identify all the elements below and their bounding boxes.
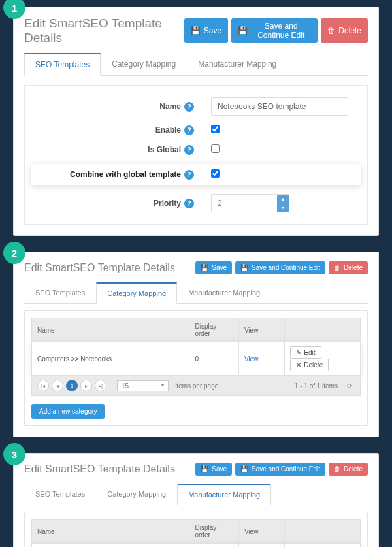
help-icon[interactable]: ? (184, 102, 194, 112)
highlighted-combine-row: Combine with global template? (31, 164, 361, 185)
add-category-button[interactable]: Add a new category (31, 404, 105, 419)
col-view: View (238, 520, 284, 544)
col-display-order: Display order (189, 520, 238, 544)
save-continue-button[interactable]: 💾Save and Continue Edit (235, 463, 325, 476)
cell-name: Computers >> Notebooks (32, 342, 189, 376)
pager-summary: 1 - 1 of 1 items (295, 382, 338, 390)
name-input[interactable] (211, 97, 348, 116)
edit-button[interactable]: ✎Edit (290, 346, 321, 359)
pager-next[interactable]: ▸ (80, 380, 92, 391)
tab-seo-templates[interactable]: SEO Templates (24, 484, 96, 505)
pencil-icon: ✎ (296, 349, 301, 356)
screenshot-1: 1 Edit SmartSEO Template Details 💾Save 💾… (13, 7, 379, 236)
cell-display-order: 0 (189, 544, 238, 548)
col-view: View (238, 318, 284, 342)
delete-button[interactable]: 🗑Delete (329, 463, 368, 476)
priority-spinner[interactable]: ▲ ▼ (211, 194, 289, 212)
save-icon: 💾 (191, 26, 201, 35)
trash-icon: 🗑 (334, 264, 340, 272)
cell-display-order: 0 (189, 342, 238, 376)
step-badge-2: 2 (3, 242, 25, 264)
priority-input[interactable] (212, 195, 277, 212)
pager-last[interactable]: ▸| (95, 380, 106, 391)
spin-down-icon[interactable]: ▼ (277, 203, 289, 212)
table-row: Apple 0 View ✎Edit ✕Delete (32, 544, 361, 548)
page-title: Edit SmartSEO Template Details (24, 463, 175, 475)
pager-first[interactable]: |◂ (37, 380, 49, 391)
label-enable: Enable (155, 125, 181, 135)
save-button[interactable]: 💾Save (184, 18, 228, 44)
save-continue-button[interactable]: 💾Save and Continue Edit (231, 18, 318, 44)
help-icon[interactable]: ? (184, 145, 194, 155)
help-icon[interactable]: ? (184, 125, 194, 135)
label-is-global: Is Global (148, 145, 181, 154)
pager-prev[interactable]: ◂ (52, 380, 63, 391)
save-button[interactable]: 💾Save (195, 463, 232, 476)
tab-manufacturer-mapping[interactable]: Manufacturer Mapping (177, 484, 271, 505)
save-continue-button[interactable]: 💾Save and Continue Edit (235, 261, 325, 274)
screenshot-2: 2 Edit SmartSEO Template Details 💾Save 💾… (13, 252, 379, 437)
col-name: Name (32, 318, 189, 342)
row-delete-button[interactable]: ✕Delete (290, 359, 329, 371)
cell-name: Apple (32, 544, 189, 548)
page-title: Edit SmartSEO Template Details (24, 16, 184, 45)
trash-icon: 🗑 (334, 465, 340, 473)
label-priority: Priority (154, 199, 181, 208)
tab-manufacturer-mapping[interactable]: Manufacturer Mapping (187, 53, 287, 76)
save-icon: 💾 (240, 465, 248, 473)
view-link[interactable]: View (238, 544, 284, 548)
tab-seo-templates[interactable]: SEO Templates (24, 282, 96, 304)
col-name: Name (32, 520, 189, 544)
page-title: Edit SmartSEO Template Details (24, 262, 175, 274)
col-display-order: Display order (189, 318, 238, 342)
tab-seo-templates[interactable]: SEO Templates (24, 53, 101, 76)
save-button[interactable]: 💾Save (195, 261, 232, 274)
is-global-checkbox[interactable] (211, 144, 220, 153)
step-badge-3: 3 (3, 443, 25, 465)
view-link[interactable]: View (238, 342, 284, 376)
pager-page-1[interactable]: 1 (66, 380, 78, 391)
delete-button[interactable]: 🗑Delete (321, 18, 368, 44)
label-combine: Combine with global template (70, 170, 181, 179)
label-name: Name (159, 102, 181, 111)
close-icon: ✕ (296, 361, 301, 369)
save-icon: 💾 (240, 264, 248, 272)
spin-up-icon[interactable]: ▲ (277, 195, 289, 203)
table-row: Computers >> Notebooks 0 View ✎Edit ✕Del… (32, 342, 361, 376)
trash-icon: 🗑 (327, 26, 335, 35)
save-icon: 💾 (201, 465, 208, 473)
tab-category-mapping[interactable]: Category Mapping (96, 484, 177, 505)
help-icon[interactable]: ? (184, 199, 194, 208)
enable-checkbox[interactable] (211, 125, 220, 133)
combine-checkbox[interactable] (211, 169, 220, 178)
tab-manufacturer-mapping[interactable]: Manufacturer Mapping (177, 282, 271, 304)
delete-button[interactable]: 🗑Delete (329, 261, 368, 274)
tab-category-mapping[interactable]: Category Mapping (96, 282, 177, 304)
refresh-icon[interactable]: ⟳ (344, 380, 355, 391)
help-icon[interactable]: ? (184, 170, 194, 180)
save-icon: 💾 (238, 26, 248, 35)
items-per-page-label: items per page (175, 382, 218, 390)
save-icon: 💾 (201, 264, 208, 272)
screenshot-3: 3 Edit SmartSEO Template Details 💾Save 💾… (13, 453, 379, 547)
tab-category-mapping[interactable]: Category Mapping (101, 53, 187, 76)
page-size-select[interactable]: 15 (117, 380, 169, 391)
